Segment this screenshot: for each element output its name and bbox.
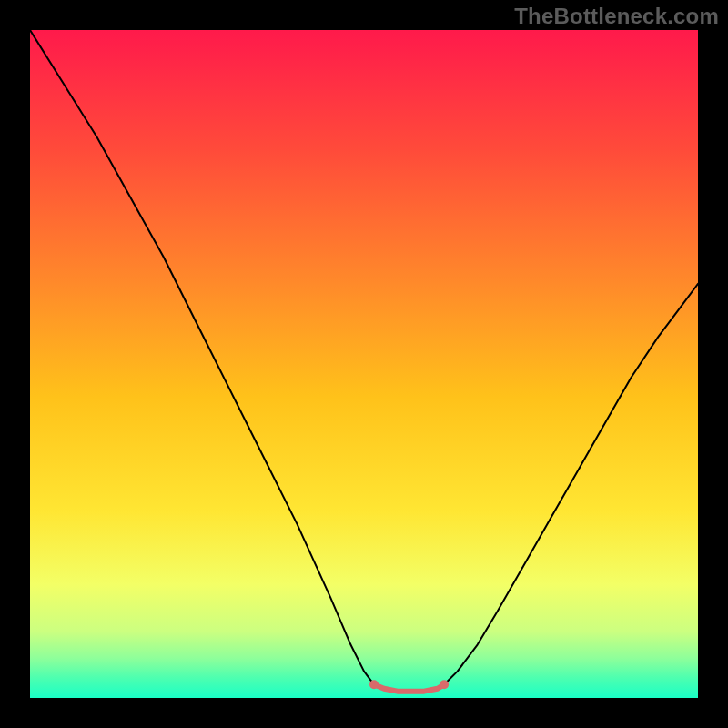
chart-canvas-outer: TheBottleneck.com <box>0 0 728 728</box>
plot-area <box>30 30 698 698</box>
gradient-background <box>30 30 698 698</box>
marker-right-dot <box>440 680 449 689</box>
chart-svg <box>30 30 698 698</box>
watermark-label: TheBottleneck.com <box>514 4 719 29</box>
marker-left-dot <box>369 680 379 689</box>
